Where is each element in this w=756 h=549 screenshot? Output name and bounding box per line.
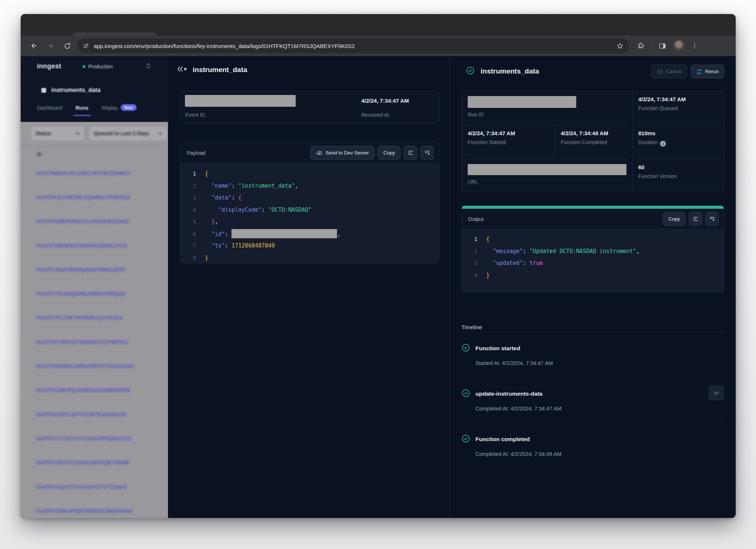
reload-icon[interactable] (63, 41, 72, 50)
line-number: 4 (462, 272, 477, 278)
side-panel-icon[interactable] (659, 42, 666, 50)
received-at-value: 4/2/24, 7:34:47 AM (361, 98, 409, 104)
line-number: 6 (181, 231, 196, 237)
line-number: 5 (181, 219, 196, 225)
profile-avatar[interactable] (673, 40, 685, 52)
output-title: Output (468, 216, 663, 222)
run-id-link[interactable]: 01HTFCR9KAPQP0R8PZK3MQNMX8 (21, 499, 168, 518)
run-id-link[interactable]: 01HTFEG3FVJP7FZJP7EA5KN3JR (21, 402, 168, 426)
tab-replay[interactable]: ReplayNew (102, 105, 137, 116)
scroll-to-bottom-icon[interactable] (705, 212, 719, 226)
run-id-link[interactable]: 01HTFJ7DA6Q2385JWNHYE8Q2Q (21, 282, 168, 306)
browser-titlebar: Inngest Cloud ✕ + (21, 14, 736, 35)
browser-window: Inngest Cloud ✕ + app.innge (21, 14, 736, 518)
event-stream-icon (177, 66, 188, 74)
event-title: instrument_data (193, 66, 247, 74)
timeline-entry: Function startedStarted At: 4/2/2024, 7:… (461, 332, 724, 378)
run-id-link[interactable]: 01HTFJ3B9PBZ7EWGK5Z086JYC8 (21, 233, 168, 258)
event-id-label: Event ID (185, 112, 205, 118)
code-line: 3 "data": { (181, 192, 439, 204)
sidebar-top: inngest Production instruments_data Dash… (21, 56, 168, 122)
run-id-label: Run ID (468, 112, 484, 117)
timeline-entry-title: update-instruments-data (475, 391, 543, 397)
code-line: 2 "name": "instrument_data", (181, 180, 439, 192)
url-label: URL (468, 179, 478, 185)
rerun-icon (696, 69, 702, 75)
word-wrap-icon[interactable] (404, 146, 417, 160)
success-check-icon (466, 66, 475, 76)
run-id-link[interactable]: 01HTFH9GR0CWNHSWY8TSNAVGRC (21, 354, 168, 378)
function-queued-cell: 4/2/24, 7:34:47 AM Function Queued (632, 91, 725, 125)
line-number: 8 (181, 255, 196, 261)
url-redacted (468, 164, 626, 175)
step-success-check-icon (461, 434, 470, 444)
run-id-link[interactable]: 01HTFKMBPMD0ZAJ4AG04K03A02 (21, 209, 168, 233)
site-settings-icon[interactable] (83, 42, 89, 49)
tab-runs[interactable]: Runs (76, 105, 89, 116)
line-number: 2 (462, 248, 477, 254)
bookmark-star-icon[interactable] (616, 42, 624, 50)
environment-selector[interactable]: Production (83, 64, 113, 69)
function-completed-cell: 4/2/24, 7:34:48 AM Function Completed (555, 125, 632, 159)
cancel-button[interactable]: Cancel (652, 65, 687, 78)
code-line: 1{ (181, 168, 439, 180)
environment-expander-icon[interactable] (146, 63, 151, 70)
info-icon[interactable]: i (660, 141, 666, 147)
word-wrap-icon[interactable] (689, 212, 702, 226)
event-panel: instrument_data Event ID 4/2/24, 7:34:47… (168, 56, 450, 518)
run-id-link[interactable]: 01HTFHYWF32TSB9HGT01F5BTBJ (21, 330, 168, 354)
event-id-redacted (185, 95, 296, 107)
url-bar[interactable]: app.inngest.com/env/production/functions… (78, 38, 629, 53)
timeline-entry: update-instruments-dataCompleted At: 4/2… (461, 378, 724, 423)
step-success-check-icon (461, 343, 470, 354)
toolbar-divider (652, 42, 652, 50)
run-id-link[interactable]: 01HTFJ7C7HF7RVN051Q3YD2S3 (21, 306, 168, 330)
send-to-dev-server-button[interactable]: Send to Dev Server (310, 146, 375, 160)
list-divider (21, 146, 168, 146)
scroll-to-bottom-icon[interactable] (420, 146, 434, 160)
run-id-link[interactable]: 01HTFN86XV8CXWS7657W7E3WDY (21, 161, 168, 185)
timeline: Function startedStarted At: 4/2/2024, 7:… (461, 332, 724, 457)
run-id-link[interactable]: 01HTFG38KPQSR9EAA9308RARRN (21, 378, 168, 402)
received-at-label: Received At (361, 112, 389, 118)
code-line: 4 "displayCode": "OCTO:NASDAQ" (181, 204, 439, 216)
function-tabs: Dashboard Runs ReplayNew (37, 105, 137, 116)
expand-step-chevron-icon[interactable] (709, 386, 724, 400)
payload-copy-button[interactable]: Copy (378, 146, 401, 160)
payload-code[interactable]: 1{2 "name": "instrument_data",3 "data": … (181, 164, 439, 263)
run-id-link[interactable]: 01HTFCYYZGYGYGDKJVP82NKXC2 (21, 426, 168, 450)
code-line: 4} (462, 269, 724, 282)
new-badge: New (121, 104, 137, 111)
extensions-icon[interactable] (637, 42, 645, 50)
run-id-link[interactable]: 01HTFKQT1M7RSJQABEXYF0K0S2 (21, 185, 168, 209)
code-line: 1{ (462, 233, 724, 245)
environment-name: Production (88, 64, 113, 69)
function-bullet-icon (41, 88, 46, 93)
code-line: 7 "ts": 1712068487049 (181, 240, 439, 252)
browser-menu-kebab-icon[interactable] (691, 42, 698, 49)
time-range-filter[interactable]: Queued in Last 3 Days (89, 126, 167, 140)
timeline-entry-subtitle: Started At: 4/2/2024, 7:34:47 AM (475, 360, 724, 366)
run-id-link[interactable]: 01HTFC5Q07ZYVXNZVC7VT1Z4K6 (21, 475, 168, 499)
output-copy-button[interactable]: Copy (663, 212, 685, 226)
output-card: Output Copy 1{2 "message": "Updated OCTO… (461, 205, 724, 293)
timeline-entry-subtitle: Completed At: 4/2/2024, 7:34:48 AM (475, 451, 724, 457)
output-code[interactable]: 1{2 "message": "Updated OCTO:NASDAQ inst… (462, 229, 724, 292)
forward-icon[interactable] (46, 41, 55, 50)
back-icon[interactable] (30, 41, 38, 50)
browser-toolbar: app.inngest.com/env/production/functions… (21, 35, 736, 56)
event-id-card: Event ID 4/2/24, 7:34:47 AM Received At (180, 91, 439, 123)
redacted-value (231, 229, 337, 238)
rerun-button[interactable]: Rerun (691, 65, 724, 78)
run-id-link[interactable]: 01HTFJ94AVE0BQ48AF4DM13E9T (21, 258, 168, 282)
timeline-entry-title: Function started (475, 345, 520, 352)
line-number: 3 (462, 260, 477, 266)
line-number: 1 (181, 171, 196, 177)
tab-dashboard[interactable]: Dashboard (37, 105, 62, 116)
status-filter[interactable]: Status (31, 126, 84, 140)
chevron-down-icon (76, 132, 80, 135)
run-id-link[interactable]: 01HTFCW27CZ2X3AZM75QEYNH8F (21, 451, 168, 475)
cancel-icon (657, 69, 663, 75)
timeline-entry: Function completedCompleted At: 4/2/2024… (461, 423, 724, 457)
inngest-logo[interactable]: inngest (37, 62, 61, 70)
